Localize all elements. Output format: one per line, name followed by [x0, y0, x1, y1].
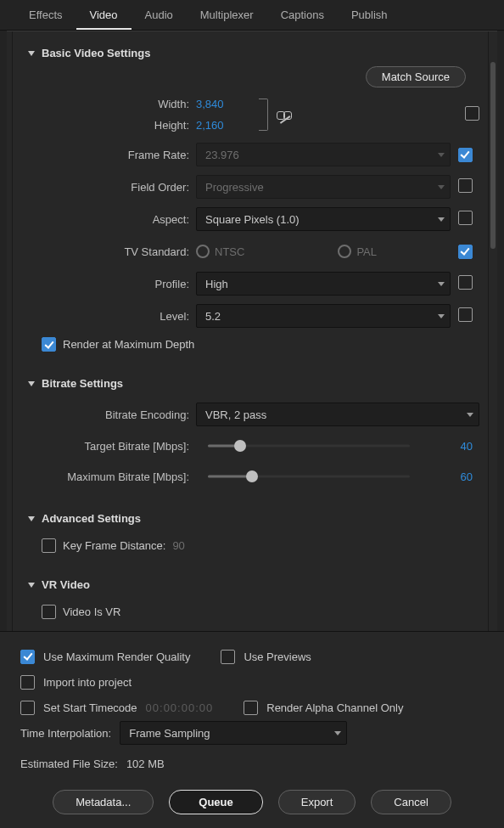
profile-match-checkbox[interactable] — [458, 275, 473, 290]
bitrate-encoding-value: VBR, 2 pass — [205, 408, 266, 421]
cancel-button[interactable]: Cancel — [371, 790, 451, 814]
tab-multiplexer[interactable]: Multiplexer — [187, 2, 267, 30]
section-basic-video[interactable]: Basic Video Settings — [28, 35, 479, 68]
queue-button[interactable]: Queue — [169, 790, 262, 814]
time-interpolation-label: Time Interpolation: — [20, 727, 111, 740]
use-previews-checkbox[interactable] — [221, 650, 235, 664]
chevron-down-icon — [438, 185, 445, 189]
frame-rate-label: Frame Rate: — [28, 149, 196, 161]
render-max-depth-label: Render at Maximum Depth — [63, 338, 194, 351]
match-source-button[interactable]: Match Source — [366, 66, 466, 87]
height-value[interactable]: 2,160 — [196, 119, 247, 132]
tv-pal-radio[interactable]: PAL — [338, 245, 377, 258]
tab-audio[interactable]: Audio — [132, 2, 187, 30]
width-value[interactable]: 3,840 — [196, 98, 247, 110]
aspect-value: Square Pixels (1.0) — [205, 213, 300, 226]
key-frame-distance-value: 90 — [172, 539, 184, 552]
max-bitrate-slider[interactable] — [208, 468, 410, 485]
radio-icon — [338, 245, 351, 258]
estimated-file-size-value: 102 MB — [126, 758, 165, 770]
chevron-down-icon — [438, 217, 445, 222]
max-bitrate-label: Maximum Bitrate [Mbps]: — [28, 470, 196, 483]
chevron-down-icon — [28, 51, 35, 56]
video-is-vr-checkbox[interactable] — [42, 605, 56, 619]
tab-effects[interactable]: Effects — [15, 2, 76, 30]
width-label: Width: — [28, 98, 196, 110]
section-advanced-label: Advanced Settings — [42, 512, 141, 525]
section-vr[interactable]: VR Video — [28, 566, 479, 600]
set-start-timecode-label: Set Start Timecode — [43, 701, 137, 714]
tv-standard-match-checkbox[interactable] — [458, 245, 473, 259]
section-vr-label: VR Video — [42, 578, 90, 591]
chevron-down-icon — [438, 282, 445, 286]
profile-value: High — [205, 278, 228, 290]
aspect-dropdown[interactable]: Square Pixels (1.0) — [196, 207, 451, 231]
tv-ntsc-label: NTSC — [215, 245, 244, 258]
start-timecode-value: 00:00:00:00 — [146, 701, 214, 714]
chevron-down-icon — [28, 381, 35, 386]
aspect-label: Aspect: — [28, 213, 196, 226]
import-into-project-checkbox[interactable] — [20, 675, 35, 690]
section-basic-video-label: Basic Video Settings — [42, 47, 150, 59]
bitrate-encoding-label: Bitrate Encoding: — [28, 408, 196, 421]
target-bitrate-value[interactable]: 40 — [422, 440, 479, 453]
radio-icon — [196, 245, 210, 258]
field-order-label: Field Order: — [28, 181, 196, 194]
field-order-dropdown[interactable]: Progressive — [196, 175, 451, 199]
level-label: Level: — [28, 310, 196, 323]
section-bitrate[interactable]: Bitrate Settings — [28, 365, 479, 398]
tab-captions[interactable]: Captions — [267, 2, 338, 30]
estimated-file-size-label: Estimated File Size: — [20, 758, 118, 770]
time-interpolation-value: Frame Sampling — [129, 727, 210, 740]
frame-rate-dropdown[interactable]: 23.976 — [196, 143, 451, 166]
tab-publish[interactable]: Publish — [338, 2, 401, 30]
tv-standard-label: TV Standard: — [28, 245, 196, 258]
height-label: Height: — [28, 119, 196, 132]
render-alpha-checkbox[interactable] — [244, 701, 258, 715]
dimensions-match-checkbox[interactable] — [465, 106, 479, 121]
dimension-bracket — [259, 99, 268, 131]
metadata-button[interactable]: Metadata... — [53, 790, 154, 814]
target-bitrate-label: Target Bitrate [Mbps]: — [28, 440, 196, 453]
chevron-down-icon — [334, 731, 341, 735]
export-tabs: Effects Video Audio Multiplexer Captions… — [0, 0, 504, 31]
frame-rate-value: 23.976 — [205, 149, 239, 161]
chevron-down-icon — [467, 413, 473, 417]
chevron-down-icon — [438, 314, 445, 318]
chevron-down-icon — [28, 516, 35, 521]
main-scrollbar[interactable] — [490, 37, 496, 626]
tv-ntsc-radio[interactable]: NTSC — [196, 245, 244, 258]
max-bitrate-value[interactable]: 60 — [422, 470, 479, 483]
level-value: 5.2 — [205, 310, 221, 323]
section-advanced[interactable]: Advanced Settings — [28, 500, 479, 533]
chevron-down-icon — [28, 583, 35, 588]
unlink-icon[interactable] — [277, 109, 292, 121]
field-order-value: Progressive — [205, 181, 264, 194]
target-bitrate-slider[interactable] — [208, 437, 410, 454]
key-frame-distance-checkbox[interactable] — [42, 538, 56, 553]
frame-rate-match-checkbox[interactable] — [458, 148, 473, 162]
use-max-render-quality-label: Use Maximum Render Quality — [43, 651, 190, 663]
level-dropdown[interactable]: 5.2 — [196, 304, 451, 328]
export-button[interactable]: Export — [278, 790, 356, 814]
tab-video[interactable]: Video — [76, 2, 132, 30]
use-max-render-quality-checkbox[interactable] — [20, 650, 35, 664]
section-bitrate-label: Bitrate Settings — [42, 377, 123, 390]
render-max-depth-checkbox[interactable] — [42, 337, 56, 352]
time-interpolation-dropdown[interactable]: Frame Sampling — [120, 721, 347, 745]
render-alpha-label: Render Alpha Channel Only — [266, 701, 403, 714]
use-previews-label: Use Previews — [244, 651, 311, 663]
profile-label: Profile: — [28, 278, 196, 290]
key-frame-distance-label: Key Frame Distance: — [63, 539, 165, 552]
field-order-match-checkbox[interactable] — [458, 178, 473, 193]
scrollbar-thumb[interactable] — [490, 62, 496, 249]
tv-pal-label: PAL — [356, 245, 377, 258]
import-into-project-label: Import into project — [43, 676, 132, 689]
chevron-down-icon — [438, 153, 445, 157]
set-start-timecode-checkbox[interactable] — [20, 701, 35, 715]
level-match-checkbox[interactable] — [458, 307, 473, 322]
aspect-match-checkbox[interactable] — [458, 211, 473, 225]
bitrate-encoding-dropdown[interactable]: VBR, 2 pass — [196, 403, 479, 426]
profile-dropdown[interactable]: High — [196, 272, 451, 296]
video-is-vr-label: Video Is VR — [63, 606, 120, 618]
